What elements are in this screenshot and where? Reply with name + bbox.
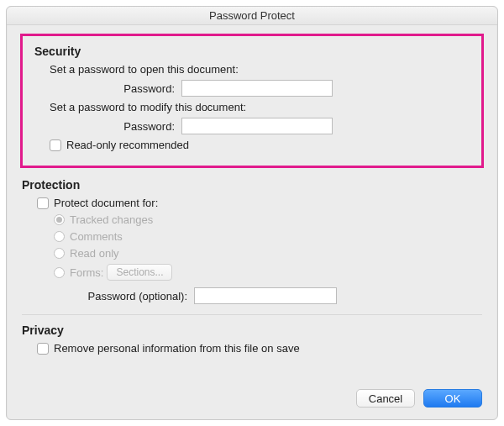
comments-radio <box>54 231 65 242</box>
protect-document-for-label: Protect document for: <box>54 197 158 209</box>
comments-label: Comments <box>70 230 123 243</box>
protection-heading: Protection <box>22 178 482 192</box>
forms-radio <box>54 267 65 278</box>
open-password-instruction: Set a password to open this document: <box>34 63 470 76</box>
protect-document-for-row[interactable]: Protect document for: <box>22 197 482 209</box>
readonly-recommended-row[interactable]: Read-only recommended <box>34 139 470 151</box>
protection-password-label: Password (optional): <box>22 290 194 302</box>
readonly-row: Read only <box>22 247 482 260</box>
security-section: Security Set a password to open this doc… <box>20 34 484 168</box>
privacy-heading: Privacy <box>22 323 482 337</box>
protection-password-input[interactable] <box>194 287 337 304</box>
separator <box>22 314 482 315</box>
password-protect-dialog: Password Protect Security Set a password… <box>6 6 498 420</box>
modify-password-label: Password: <box>34 120 181 133</box>
readonly-recommended-checkbox[interactable] <box>50 139 61 151</box>
forms-row: Forms: Sections... <box>22 264 482 281</box>
remove-personal-info-row[interactable]: Remove personal information from this fi… <box>22 342 482 355</box>
modify-password-instruction: Set a password to modify this document: <box>34 101 470 113</box>
open-password-label: Password: <box>34 82 181 95</box>
readonly-recommended-label: Read-only recommended <box>66 139 189 151</box>
dialog-content: Security Set a password to open this doc… <box>7 25 497 389</box>
readonly-label: Read only <box>70 247 119 260</box>
comments-row: Comments <box>22 230 482 243</box>
sections-button: Sections... <box>107 264 172 281</box>
tracked-changes-row: Tracked changes <box>22 213 482 226</box>
tracked-changes-label: Tracked changes <box>70 213 153 226</box>
remove-personal-info-checkbox[interactable] <box>37 343 49 355</box>
security-heading: Security <box>34 45 470 58</box>
modify-password-input[interactable] <box>181 118 333 134</box>
dialog-footer: Cancel OK <box>7 389 497 419</box>
remove-personal-info-label: Remove personal information from this fi… <box>54 342 300 355</box>
tracked-changes-radio <box>54 214 65 225</box>
cancel-button[interactable]: Cancel <box>356 389 415 408</box>
ok-button[interactable]: OK <box>423 389 482 408</box>
protect-document-for-checkbox[interactable] <box>37 197 49 209</box>
open-password-input[interactable] <box>181 80 333 97</box>
readonly-radio <box>54 248 65 259</box>
window-title: Password Protect <box>7 7 497 25</box>
forms-label: Forms: <box>70 266 103 279</box>
